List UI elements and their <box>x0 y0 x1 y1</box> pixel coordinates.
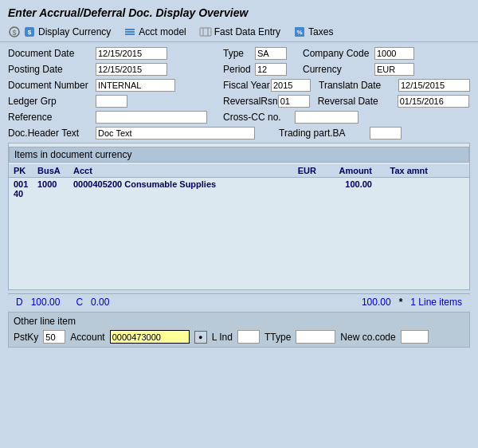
col-amount-header: Amount <box>316 166 372 175</box>
svg-text:$: $ <box>12 29 16 37</box>
row-acct: 0000405200 Consumable Supplies <box>73 179 280 198</box>
company-code-input[interactable] <box>374 47 414 60</box>
trading-part-ba-label: Trading part.BA <box>279 128 366 139</box>
reference-label: Reference <box>8 112 96 123</box>
account-label: Account <box>70 332 104 343</box>
type-label: Type <box>223 48 255 59</box>
document-date-label: Document Date <box>8 48 96 59</box>
row-busa: 1000 <box>37 179 73 198</box>
translation-date-input[interactable] <box>398 79 470 92</box>
doc-header-text-input[interactable] <box>96 127 255 140</box>
pstky-input[interactable] <box>43 330 65 344</box>
toolbar-acct-model[interactable]: Acct model <box>123 26 186 38</box>
currency-input[interactable] <box>374 63 414 76</box>
new-cocode-input[interactable] <box>401 330 429 344</box>
reversal-rsn-label: ReversalRsn <box>223 96 278 107</box>
col-acct-header: Acct <box>73 166 280 175</box>
fiscal-year-label: Fiscal Year <box>223 80 271 91</box>
toolbar-fast-data-entry[interactable]: Fast Data Entry <box>199 26 280 38</box>
toolbar-display-currency[interactable]: $ $ Display Currency <box>8 26 111 38</box>
row-pk: 001 40 <box>14 179 37 198</box>
account-input[interactable] <box>110 330 190 344</box>
other-line-item-section: Other line item PstKy Account ● L Ind TT… <box>8 312 470 348</box>
col-tax-header: Tax amnt <box>372 166 428 175</box>
reversal-date-input[interactable] <box>398 95 469 108</box>
company-code-label: Company Code <box>303 48 374 59</box>
svg-text:%: % <box>297 29 303 36</box>
totals-row: D 100.00 C 0.00 100.00 * 1 Line items <box>8 293 470 310</box>
col-pk-header: PK <box>14 166 37 175</box>
l-ind-label: L Ind <box>212 332 233 343</box>
type-input[interactable] <box>255 47 287 60</box>
document-number-label: Document Number <box>8 80 96 91</box>
cross-cc-label: Cross-CC no. <box>223 112 295 123</box>
toolbar-display-currency-icon2: $ <box>23 26 36 38</box>
translation-date-label: Translatn Date <box>319 80 398 91</box>
fast-data-entry-icon <box>199 26 212 38</box>
totals-d-value: 100.00 <box>31 297 61 308</box>
row-amount: 100.00 <box>316 179 372 198</box>
new-cocode-label: New co.code <box>340 332 395 343</box>
toolbar-taxes[interactable]: % Taxes <box>293 26 333 38</box>
period-label: Period <box>223 64 255 75</box>
display-currency-icon: $ <box>8 26 21 38</box>
svg-text:$: $ <box>28 29 32 36</box>
doc-header-text-label: Doc.Header Text <box>8 128 96 139</box>
taxes-icon: % <box>293 26 306 38</box>
toolbar-display-currency-label: Display Currency <box>38 26 111 37</box>
document-date-input[interactable] <box>96 47 167 60</box>
items-section-header: Items in document currency <box>9 147 469 163</box>
totals-line-items: 1 Line items <box>410 297 462 308</box>
col-busa-header: BusA <box>37 166 73 175</box>
table-header: PK BusA Acct EUR Amount Tax amnt <box>9 164 469 178</box>
ledger-grp-input[interactable] <box>96 95 127 108</box>
table-body: 001 40 1000 0000405200 Consumable Suppli… <box>9 178 469 289</box>
page-title: Enter Accrual/Deferral Doc. Display Over… <box>8 6 248 19</box>
l-ind-input[interactable] <box>237 330 260 344</box>
svg-rect-5 <box>125 31 135 33</box>
acct-model-icon <box>123 26 136 38</box>
reference-input[interactable] <box>96 111 207 124</box>
document-number-input[interactable] <box>96 79 175 92</box>
currency-label: Currency <box>303 64 374 75</box>
totals-star: * <box>399 297 403 308</box>
ttype-label: TType <box>264 332 291 343</box>
trading-part-ba-input[interactable] <box>370 127 402 140</box>
col-eur-header: EUR <box>280 166 316 175</box>
totals-d-label: D <box>16 297 23 308</box>
fiscal-year-input[interactable] <box>271 79 311 92</box>
totals-c-value: 0.00 <box>91 297 109 308</box>
row-eur <box>280 179 316 198</box>
svg-rect-7 <box>200 28 211 36</box>
ledger-grp-label: Ledger Grp <box>8 96 96 107</box>
svg-rect-6 <box>125 33 135 35</box>
other-line-item-title: Other line item <box>14 316 464 327</box>
posting-date-input[interactable] <box>96 63 167 76</box>
account-browse-button[interactable]: ● <box>194 331 207 344</box>
reversal-date-label: Reversal Date <box>318 96 398 107</box>
ttype-input[interactable] <box>296 330 335 344</box>
svg-rect-4 <box>125 29 135 30</box>
items-section-title: Items in document currency <box>14 149 131 160</box>
toolbar-taxes-label: Taxes <box>308 26 333 37</box>
period-input[interactable] <box>255 63 287 76</box>
title-bar: Enter Accrual/Deferral Doc. Display Over… <box>0 0 478 22</box>
pstky-label: PstKy <box>14 332 38 343</box>
table-row[interactable]: 001 40 1000 0000405200 Consumable Suppli… <box>9 178 469 200</box>
row-tax <box>372 179 428 198</box>
totals-total-value: 100.00 <box>362 297 391 308</box>
cross-cc-input[interactable] <box>295 111 358 124</box>
toolbar: $ $ Display Currency Acct model Fast Dat… <box>0 22 478 42</box>
other-line-item-row: PstKy Account ● L Ind TType New co.code <box>14 330 464 344</box>
toolbar-fast-data-entry-label: Fast Data Entry <box>214 26 280 37</box>
reversal-rsn-input[interactable] <box>278 95 310 108</box>
toolbar-acct-model-label: Acct model <box>139 26 186 37</box>
posting-date-label: Posting Date <box>8 64 96 75</box>
totals-c-label: C <box>76 297 83 308</box>
